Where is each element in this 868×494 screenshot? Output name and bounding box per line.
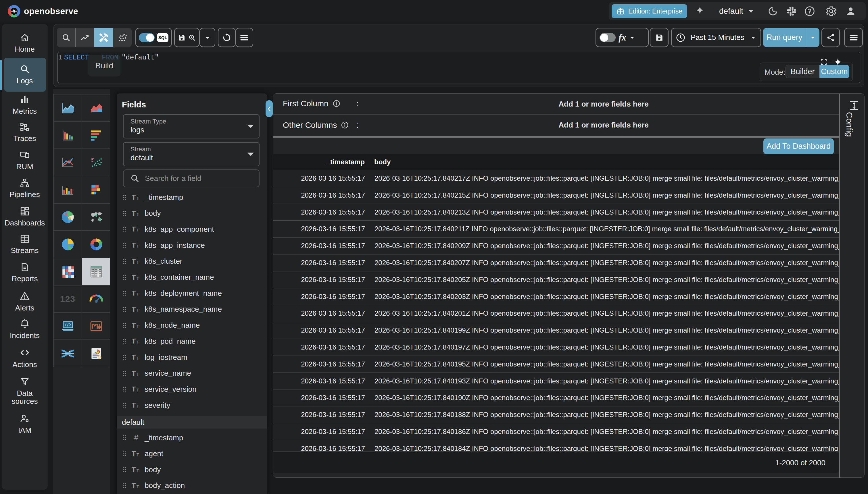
svg-text:T: T: [132, 369, 136, 377]
svg-text:T: T: [132, 322, 136, 329]
svg-text:T: T: [136, 324, 139, 328]
svg-text:T: T: [136, 308, 139, 312]
svg-text:T: T: [136, 372, 139, 377]
svg-text:T: T: [136, 403, 139, 408]
svg-text:T: T: [132, 354, 136, 361]
svg-text:T: T: [136, 340, 139, 344]
svg-text:T: T: [132, 466, 136, 473]
svg-text:T: T: [136, 484, 139, 489]
svg-text:T: T: [136, 276, 139, 281]
svg-text:T: T: [136, 452, 139, 457]
svg-text:T: T: [132, 289, 136, 297]
svg-text:T: T: [136, 195, 139, 201]
svg-text:T: T: [136, 387, 139, 392]
svg-text:T: T: [132, 306, 136, 313]
svg-text:T: T: [136, 356, 139, 360]
svg-text:T: T: [136, 212, 139, 216]
svg-text:T: T: [132, 226, 136, 233]
svg-text:T: T: [136, 291, 139, 297]
svg-text:T: T: [132, 482, 136, 489]
svg-text:T: T: [132, 338, 136, 345]
svg-text:T: T: [136, 260, 139, 265]
svg-text:T: T: [136, 244, 139, 248]
svg-text:T: T: [132, 258, 136, 265]
svg-text:T: T: [132, 210, 136, 217]
svg-text:T: T: [132, 401, 136, 409]
svg-text:T: T: [132, 450, 136, 457]
svg-text:T: T: [136, 227, 139, 232]
svg-text:T: T: [132, 242, 136, 249]
svg-text:T: T: [132, 385, 136, 393]
svg-text:T: T: [136, 468, 139, 473]
svg-text:T: T: [132, 194, 136, 201]
svg-text:T: T: [132, 274, 136, 281]
